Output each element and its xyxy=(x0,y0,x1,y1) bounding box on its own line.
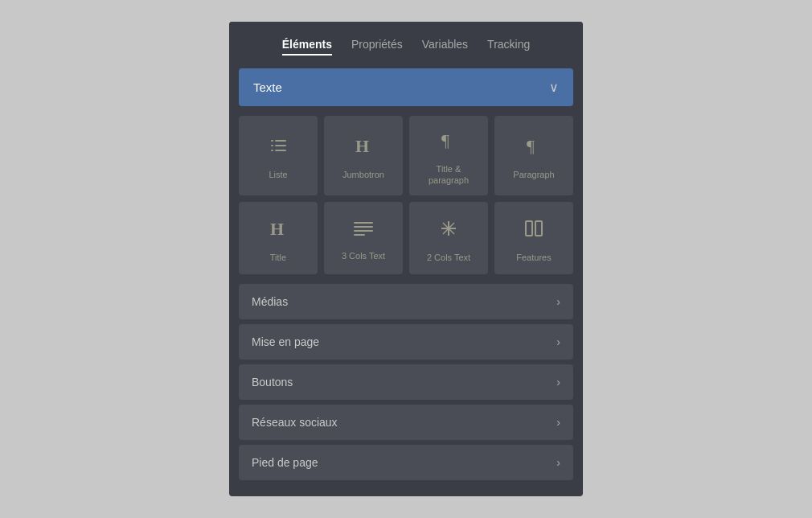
title-paragraph-icon: ¶ xyxy=(437,129,460,157)
grid-item-features[interactable]: Features xyxy=(494,202,573,274)
svg-rect-13 xyxy=(354,234,365,236)
grid-label-2cols: 2 Cols Text xyxy=(427,252,470,263)
grid-label-jumbotron: Jumbotron xyxy=(342,169,384,180)
grid-label-title-paragraph: Title &paragraph xyxy=(429,163,469,187)
features-icon xyxy=(523,217,545,245)
section-pied-label: Pied de page xyxy=(252,456,318,469)
paragraph-icon: ¶ xyxy=(523,134,545,162)
svg-rect-10 xyxy=(354,222,373,224)
section-mise-en-page[interactable]: Mise en page › xyxy=(239,324,573,360)
chevron-right-icon-pied: › xyxy=(556,456,560,469)
grid-label-paragraph: Paragraph xyxy=(513,169,554,180)
section-texte-label: Texte xyxy=(253,80,282,94)
grid-item-liste[interactable]: Liste xyxy=(239,116,318,196)
chevron-right-icon-boutons: › xyxy=(556,376,560,388)
2cols-icon xyxy=(437,217,460,245)
grid-item-2cols[interactable]: 2 Cols Text xyxy=(409,202,488,274)
collapsible-sections: Médias › Mise en page › Boutons › Réseau… xyxy=(229,284,583,480)
grid-item-title-paragraph[interactable]: ¶ Title &paragraph xyxy=(409,116,488,196)
grid-label-features: Features xyxy=(516,252,551,263)
nav-item-variables[interactable]: Variables xyxy=(422,35,468,56)
section-pied[interactable]: Pied de page › xyxy=(239,445,573,480)
section-reseaux[interactable]: Réseaux sociaux › xyxy=(239,405,573,440)
texte-grid: Liste H Jumbotron ¶ Title &paragraph xyxy=(229,109,583,285)
svg-text:H: H xyxy=(355,136,369,156)
jumbotron-icon: H xyxy=(352,134,375,162)
svg-rect-0 xyxy=(275,140,286,142)
svg-rect-1 xyxy=(275,145,286,146)
svg-rect-4 xyxy=(271,145,273,146)
svg-rect-12 xyxy=(354,230,373,232)
title-icon: H xyxy=(267,217,289,245)
svg-text:¶: ¶ xyxy=(441,130,449,150)
svg-rect-2 xyxy=(275,150,286,151)
grid-item-paragraph[interactable]: ¶ Paragraph xyxy=(494,116,573,196)
grid-label-title: Title xyxy=(270,252,286,263)
grid-label-liste: Liste xyxy=(269,169,287,180)
grid-label-3cols: 3 Cols Text xyxy=(342,250,385,261)
chevron-right-icon-medias: › xyxy=(556,295,560,308)
liste-icon xyxy=(267,134,289,162)
svg-rect-5 xyxy=(271,150,273,151)
section-medias-label: Médias xyxy=(252,295,288,308)
section-boutons[interactable]: Boutons › xyxy=(239,364,573,400)
grid-item-title[interactable]: H Title xyxy=(239,202,318,274)
section-reseaux-label: Réseaux sociaux xyxy=(252,416,338,429)
svg-rect-18 xyxy=(526,221,532,236)
svg-rect-3 xyxy=(271,140,273,142)
grid-item-3cols[interactable]: 3 Cols Text xyxy=(324,202,403,274)
chevron-right-icon-mise: › xyxy=(556,335,560,348)
chevron-down-icon: ∨ xyxy=(549,80,559,95)
svg-rect-19 xyxy=(535,221,542,236)
grid-item-jumbotron[interactable]: H Jumbotron xyxy=(324,116,403,196)
chevron-right-icon-reseaux: › xyxy=(556,416,560,429)
panel: Éléments Propriétés Variables Tracking T… xyxy=(229,22,583,497)
nav-item-proprietes[interactable]: Propriétés xyxy=(351,35,403,56)
top-nav: Éléments Propriétés Variables Tracking xyxy=(229,22,583,68)
section-mise-label: Mise en page xyxy=(252,335,319,348)
section-texte-header[interactable]: Texte ∨ xyxy=(239,68,573,106)
nav-item-elements[interactable]: Éléments xyxy=(282,35,332,56)
section-medias[interactable]: Médias › xyxy=(239,284,573,319)
svg-text:¶: ¶ xyxy=(527,136,535,156)
3cols-icon xyxy=(352,218,375,244)
svg-text:H: H xyxy=(270,219,284,239)
nav-item-tracking[interactable]: Tracking xyxy=(487,35,530,56)
svg-rect-11 xyxy=(354,226,373,228)
section-boutons-label: Boutons xyxy=(252,376,293,388)
